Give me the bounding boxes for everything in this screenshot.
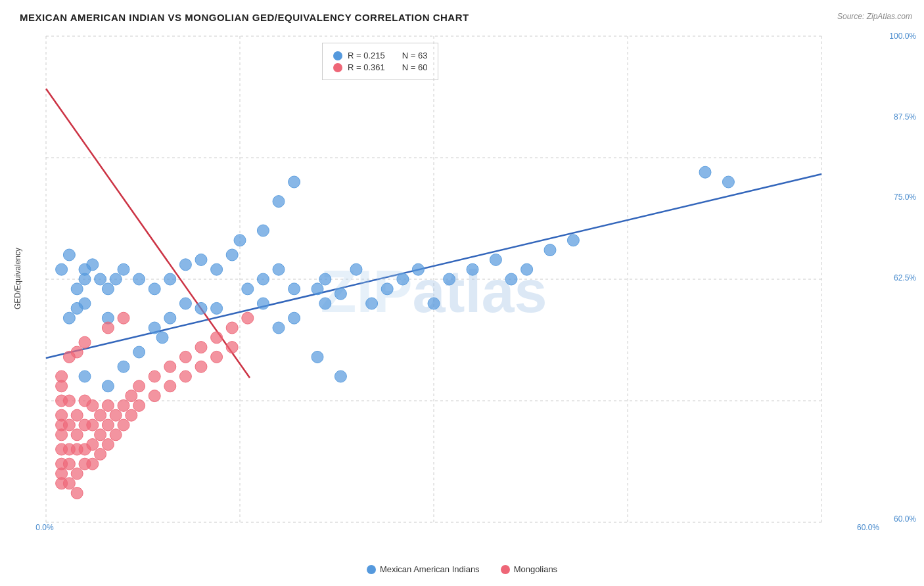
- bottom-dot-blue: [367, 565, 376, 574]
- y-axis-label: GED/Equivalency: [8, 36, 28, 520]
- svg-point-103: [87, 458, 99, 470]
- source-label: Source: ZipAtlas.com: [837, 12, 912, 21]
- svg-point-56: [444, 273, 455, 285]
- svg-point-37: [149, 322, 160, 334]
- svg-point-121: [164, 380, 176, 392]
- svg-point-124: [195, 342, 207, 353]
- svg-point-85: [56, 371, 68, 382]
- svg-point-43: [257, 298, 269, 309]
- svg-point-29: [164, 273, 176, 285]
- svg-point-87: [63, 419, 75, 431]
- svg-point-102: [87, 439, 99, 451]
- svg-point-79: [56, 429, 68, 441]
- svg-point-131: [102, 322, 114, 334]
- svg-point-112: [118, 399, 129, 411]
- y-tick-100: 100.0%: [889, 32, 916, 41]
- svg-point-70: [102, 380, 114, 392]
- svg-point-107: [102, 399, 114, 411]
- svg-point-67: [312, 351, 323, 363]
- svg-point-126: [211, 332, 223, 344]
- svg-point-110: [110, 409, 122, 421]
- svg-point-71: [118, 361, 129, 372]
- svg-point-123: [179, 371, 191, 382]
- svg-point-92: [71, 429, 83, 441]
- svg-point-31: [195, 254, 207, 265]
- x-tick-60: 60.0%: [857, 523, 879, 532]
- svg-point-65: [273, 196, 285, 208]
- svg-point-132: [118, 312, 129, 324]
- svg-point-60: [521, 263, 533, 275]
- scatter-plot: ZIPatlas: [46, 36, 874, 522]
- svg-point-94: [71, 468, 83, 480]
- svg-point-62: [567, 235, 579, 246]
- svg-point-51: [366, 298, 378, 309]
- svg-point-118: [149, 371, 160, 382]
- svg-point-114: [126, 390, 137, 402]
- svg-point-38: [164, 312, 176, 324]
- svg-point-129: [226, 342, 238, 353]
- svg-point-68: [335, 371, 346, 382]
- svg-point-20: [87, 259, 99, 271]
- svg-point-49: [350, 263, 362, 275]
- svg-point-130: [242, 312, 254, 324]
- svg-point-32: [211, 263, 223, 275]
- svg-point-34: [242, 283, 254, 295]
- svg-point-89: [63, 458, 75, 470]
- bottom-legend-pink: Mongolians: [501, 564, 558, 574]
- svg-point-116: [133, 380, 145, 392]
- svg-point-46: [312, 283, 323, 295]
- chart-title: MEXICAN AMERICAN INDIAN VS MONGOLIAN GED…: [20, 12, 469, 23]
- svg-point-69: [79, 371, 91, 382]
- svg-point-100: [87, 399, 99, 411]
- svg-point-86: [63, 395, 75, 407]
- svg-point-91: [71, 409, 83, 421]
- svg-point-119: [149, 390, 160, 402]
- y-tick-60: 60.0%: [894, 514, 916, 524]
- svg-point-30: [179, 259, 191, 271]
- x-tick-0: 0.0%: [35, 523, 53, 532]
- svg-point-44: [273, 322, 285, 334]
- y-tick-625: 62.5%: [894, 273, 916, 282]
- svg-point-75: [722, 176, 734, 188]
- svg-point-64: [257, 225, 269, 237]
- svg-point-104: [95, 409, 106, 421]
- svg-point-109: [102, 439, 114, 451]
- svg-point-73: [156, 332, 168, 344]
- svg-point-117: [133, 399, 145, 411]
- y-tick-875: 87.5%: [894, 112, 916, 122]
- svg-point-15: [71, 283, 83, 295]
- svg-point-53: [397, 273, 409, 285]
- svg-point-50: [319, 298, 331, 309]
- svg-point-128: [226, 322, 238, 334]
- svg-point-105: [95, 429, 106, 441]
- svg-point-24: [110, 273, 122, 285]
- svg-point-52: [381, 283, 393, 295]
- svg-point-135: [79, 336, 91, 348]
- svg-point-127: [211, 351, 223, 363]
- svg-point-57: [467, 263, 478, 275]
- svg-point-36: [195, 302, 207, 314]
- svg-point-122: [179, 351, 191, 363]
- bottom-label-pink: Mongolians: [514, 564, 558, 574]
- svg-point-48: [335, 288, 346, 300]
- svg-point-17: [63, 312, 75, 324]
- svg-point-22: [95, 273, 106, 285]
- svg-point-13: [56, 263, 68, 275]
- svg-point-27: [133, 273, 145, 285]
- svg-point-47: [319, 273, 331, 285]
- y-tick-75: 75.0%: [894, 192, 916, 202]
- bottom-label-blue: Mexican American Indians: [380, 564, 480, 574]
- svg-point-59: [505, 273, 517, 285]
- svg-point-63: [234, 235, 246, 246]
- svg-point-61: [544, 244, 556, 256]
- svg-point-21: [79, 298, 91, 309]
- svg-point-45: [289, 312, 300, 324]
- svg-point-58: [490, 254, 501, 265]
- svg-point-40: [257, 273, 269, 285]
- svg-point-108: [102, 419, 114, 431]
- svg-point-41: [273, 263, 285, 275]
- bottom-dot-pink: [501, 565, 510, 574]
- svg-point-28: [149, 283, 160, 295]
- svg-point-42: [289, 283, 300, 295]
- svg-point-54: [412, 263, 424, 275]
